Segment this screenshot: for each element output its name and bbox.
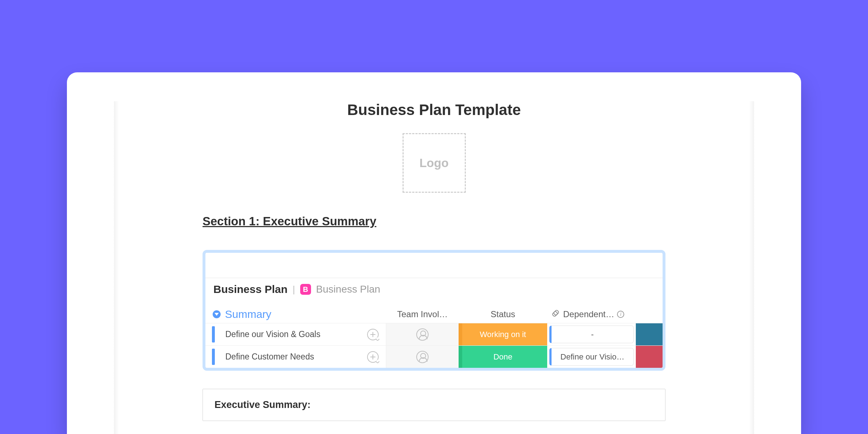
person-icon [416,351,429,363]
item-cell[interactable]: Define our Vision & Goals [205,323,386,345]
item-name: Define our Vision & Goals [218,329,363,339]
group-toggle[interactable]: Summary [205,308,386,320]
info-icon[interactable]: i [617,311,624,318]
priority-cell[interactable]: High [636,345,665,368]
chevron-down-icon [213,310,221,318]
table-row[interactable]: Define Customer Needs Done Define our Vi… [205,345,663,368]
add-update-icon[interactable] [367,351,379,363]
executive-summary-box[interactable]: Executive Summary: [203,389,665,421]
dependent-cell[interactable]: Define our Visio… [547,345,636,368]
add-update-icon[interactable] [367,329,379,340]
link-icon [552,309,562,319]
dependent-cell[interactable]: - [547,323,636,345]
dependent-pill: Define our Visio… [549,348,634,366]
board-table: Summary Team Invol… Status Dependent… i … [205,298,663,368]
board-spacer [205,253,663,278]
status-cell[interactable]: Working on it [459,323,547,345]
status-cell[interactable]: Done [459,345,547,368]
team-cell[interactable] [386,323,459,345]
row-accent [212,326,215,342]
document-card: Business Plan Template Logo Section 1: E… [67,72,801,434]
page-title: Business Plan Template [203,101,665,119]
team-cell[interactable] [386,345,459,368]
status-label: Done [493,352,512,362]
board-header: Business Plan | B Business Plan [205,278,663,298]
board-subtitle: Business Plan [316,284,380,295]
group-header-row: Summary Team Invol… Status Dependent… i … [205,306,663,323]
board-badge-icon: B [300,284,311,295]
board-title: Business Plan [213,283,288,295]
table-row[interactable]: Define our Vision & Goals Working on it … [205,323,663,345]
embedded-board[interactable]: Business Plan | B Business Plan Summary … [203,250,665,371]
item-name: Define Customer Needs [218,352,363,362]
section-heading: Section 1: Executive Summary [203,214,665,228]
status-label: Working on it [480,330,526,339]
row-accent [212,349,215,365]
dependent-label: - [591,330,593,339]
column-header-dependent-label: Dependent… [563,309,614,319]
item-cell[interactable]: Define Customer Needs [205,345,386,368]
dependent-pill: - [549,326,634,343]
column-header-team[interactable]: Team Invol… [386,306,459,323]
column-header-dependent[interactable]: Dependent… i [547,306,636,323]
board-divider: | [293,284,295,295]
status-stripe [459,346,462,368]
page-content: Business Plan Template Logo Section 1: E… [203,101,665,421]
status-stripe [459,323,462,345]
column-header-status[interactable]: Status [459,306,547,323]
person-icon [416,328,429,341]
logo-placeholder-label: Logo [420,156,449,170]
logo-placeholder[interactable]: Logo [403,133,466,193]
priority-cell[interactable]: Critical [636,323,665,345]
dependent-label: Define our Visio… [561,352,625,362]
column-header-priority[interactable]: Priority [636,306,665,323]
group-name: Summary [225,308,271,320]
executive-summary-label: Executive Summary: [214,399,311,410]
